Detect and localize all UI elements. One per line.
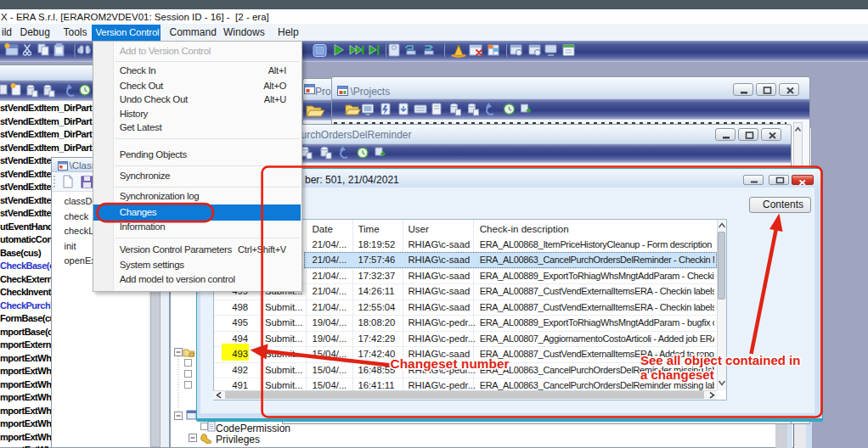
svg-text:a changeset: a changeset <box>640 367 714 382</box>
svg-text:Changeset number: Changeset number <box>391 356 510 371</box>
svg-text:See all object contained in: See all object contained in <box>640 353 800 367</box>
